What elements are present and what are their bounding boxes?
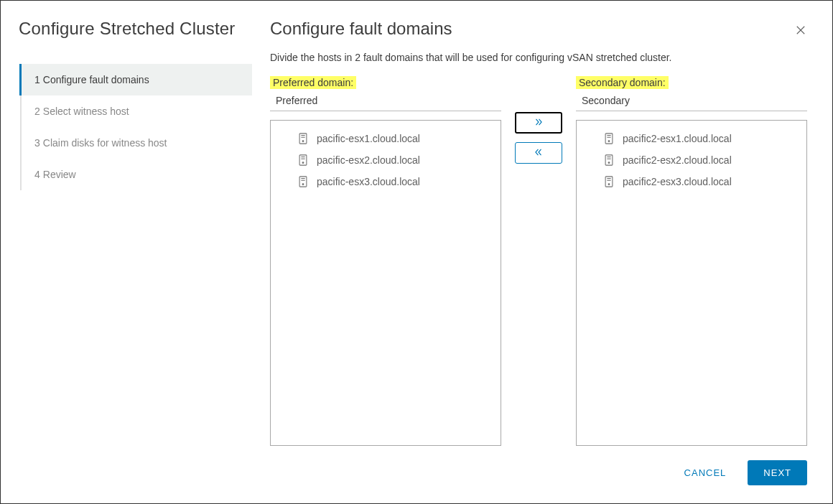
svg-rect-22 xyxy=(605,177,613,187)
host-icon xyxy=(604,154,614,166)
svg-point-5 xyxy=(302,141,304,142)
host-name: pacific-esx3.cloud.local xyxy=(317,176,420,187)
host-name: pacific2-esx1.cloud.local xyxy=(623,133,732,144)
step-label: Review xyxy=(43,169,76,180)
svg-rect-14 xyxy=(605,134,613,144)
step-label: Select witness host xyxy=(43,106,129,117)
wizard-step-1[interactable]: 1Configure fault domains xyxy=(19,64,252,95)
stretched-cluster-dialog: Configure Stretched Cluster 1Configure f… xyxy=(0,0,833,504)
secondary-host-item[interactable]: pacific2-esx3.cloud.local xyxy=(577,171,806,192)
secondary-domain-column: Secondary domain: Secondary pacific2-esx… xyxy=(576,76,807,446)
wizard-title: Configure Stretched Cluster xyxy=(19,19,252,39)
step-number: 2 xyxy=(34,106,40,117)
preferred-host-item[interactable]: pacific-esx2.cloud.local xyxy=(271,149,501,171)
transfer-buttons xyxy=(510,76,567,446)
host-icon xyxy=(298,176,308,187)
chevron-double-left-icon xyxy=(533,147,544,159)
svg-rect-6 xyxy=(299,155,307,165)
next-button[interactable]: NEXT xyxy=(748,460,807,485)
secondary-host-item[interactable]: pacific2-esx2.cloud.local xyxy=(577,149,806,171)
wizard-step-2[interactable]: 2Select witness host xyxy=(22,95,252,127)
step-number: 4 xyxy=(34,169,40,180)
secondary-domain-label: Secondary domain: xyxy=(576,76,669,89)
secondary-host-item[interactable]: pacific2-esx1.cloud.local xyxy=(577,128,806,149)
secondary-host-list[interactable]: pacific2-esx1.cloud.localpacific2-esx2.c… xyxy=(576,120,807,446)
host-name: pacific-esx2.cloud.local xyxy=(317,154,420,166)
preferred-domain-column: Preferred domain: Preferred pacific-esx1… xyxy=(270,76,501,446)
page-title: Configure fault domains xyxy=(270,19,807,39)
preferred-host-list[interactable]: pacific-esx1.cloud.localpacific-esx2.clo… xyxy=(270,120,501,446)
preferred-domain-label: Preferred domain: xyxy=(270,76,356,89)
main-panel: Configure fault domains Divide the hosts… xyxy=(252,1,832,503)
step-number: 1 xyxy=(34,74,40,85)
chevron-double-right-icon xyxy=(533,117,544,129)
svg-rect-18 xyxy=(605,155,613,165)
domains-row: Preferred domain: Preferred pacific-esx1… xyxy=(270,76,807,446)
step-label: Configure fault domains xyxy=(43,74,149,85)
host-name: pacific2-esx3.cloud.local xyxy=(623,176,732,187)
svg-point-17 xyxy=(608,141,610,142)
svg-point-9 xyxy=(302,162,304,164)
preferred-host-item[interactable]: pacific-esx3.cloud.local xyxy=(271,171,501,192)
wizard-step-4[interactable]: 4Review xyxy=(22,159,252,190)
host-icon xyxy=(298,133,308,144)
close-icon[interactable] xyxy=(794,24,807,39)
svg-point-13 xyxy=(302,184,304,185)
wizard-step-3[interactable]: 3Claim disks for witness host xyxy=(22,127,252,159)
host-icon xyxy=(604,176,614,187)
host-icon xyxy=(604,133,614,144)
svg-point-25 xyxy=(608,184,610,185)
move-left-button[interactable] xyxy=(515,142,562,164)
wizard-sidebar: Configure Stretched Cluster 1Configure f… xyxy=(1,1,252,503)
svg-point-21 xyxy=(608,162,610,164)
host-name: pacific-esx1.cloud.local xyxy=(317,133,420,144)
svg-rect-10 xyxy=(299,177,307,187)
preferred-host-item[interactable]: pacific-esx1.cloud.local xyxy=(271,128,501,149)
page-description: Divide the hosts in 2 fault domains that… xyxy=(270,52,807,63)
move-right-button[interactable] xyxy=(515,112,562,134)
dialog-footer: CANCEL NEXT xyxy=(270,460,807,485)
step-label: Claim disks for witness host xyxy=(43,137,167,149)
step-number: 3 xyxy=(34,137,40,149)
host-icon xyxy=(298,154,308,166)
host-name: pacific2-esx2.cloud.local xyxy=(623,154,732,166)
secondary-domain-name[interactable]: Secondary xyxy=(576,92,807,111)
cancel-button[interactable]: CANCEL xyxy=(676,460,735,485)
wizard-steps: 1Configure fault domains2Select witness … xyxy=(20,64,252,190)
svg-rect-2 xyxy=(299,134,307,144)
preferred-domain-name[interactable]: Preferred xyxy=(270,92,501,111)
